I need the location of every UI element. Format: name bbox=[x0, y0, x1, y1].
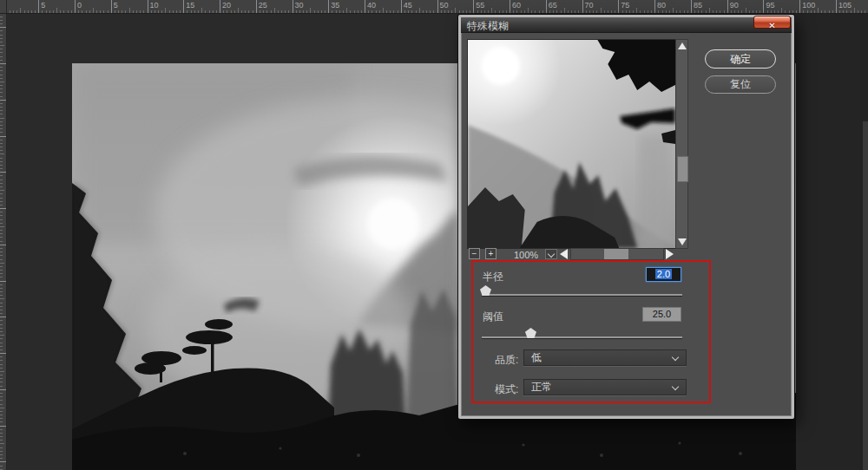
smart-blur-dialog: 特殊模糊 ✕ bbox=[458, 15, 794, 419]
mode-label: 模式: bbox=[495, 382, 518, 397]
vertical-scrollbar-thumb[interactable] bbox=[677, 156, 688, 182]
ok-button[interactable]: 确定 bbox=[705, 49, 776, 69]
zoom-out-button[interactable]: − bbox=[469, 248, 480, 259]
minus-icon: − bbox=[472, 249, 477, 258]
quality-select[interactable]: 低 bbox=[523, 349, 687, 366]
radius-label: 半径 bbox=[483, 270, 503, 284]
scroll-up-icon[interactable] bbox=[678, 42, 687, 49]
vertical-ruler bbox=[0, 14, 7, 470]
quality-value: 低 bbox=[531, 351, 542, 363]
blur-preview[interactable] bbox=[467, 39, 676, 249]
radius-slider-thumb[interactable] bbox=[480, 285, 491, 296]
threshold-input[interactable]: 25.0 bbox=[642, 307, 681, 322]
chevron-down-icon bbox=[548, 251, 555, 258]
plus-icon: + bbox=[489, 249, 494, 258]
zoom-dropdown-button[interactable] bbox=[545, 249, 557, 259]
scroll-left-icon[interactable] bbox=[560, 249, 568, 259]
dialog-title: 特殊模糊 bbox=[467, 19, 509, 34]
horizontal-ruler: 5051015202530354045505560657075808590951… bbox=[7, 0, 868, 14]
preview-vertical-scrollbar[interactable] bbox=[675, 39, 688, 249]
preview-horizontal-scrollbar[interactable] bbox=[570, 248, 664, 260]
zoom-in-button[interactable]: + bbox=[485, 248, 496, 259]
close-button[interactable]: ✕ bbox=[753, 16, 791, 29]
threshold-slider-thumb[interactable] bbox=[525, 328, 536, 338]
workspace-right-area bbox=[796, 14, 868, 470]
horizontal-scrollbar-thumb[interactable] bbox=[604, 249, 628, 259]
zoom-level-label: 100% bbox=[504, 250, 548, 260]
threshold-label: 阈值 bbox=[483, 310, 503, 324]
panel-edge bbox=[863, 121, 868, 470]
quality-label: 品质: bbox=[495, 353, 518, 368]
radius-slider[interactable] bbox=[482, 284, 682, 297]
radius-slider-track[interactable] bbox=[482, 294, 682, 297]
radius-value: 2.0 bbox=[655, 269, 672, 279]
scroll-right-icon[interactable] bbox=[666, 249, 674, 259]
chevron-down-icon bbox=[672, 354, 679, 361]
scroll-down-icon[interactable] bbox=[678, 238, 687, 245]
close-icon: ✕ bbox=[768, 21, 775, 30]
threshold-slider[interactable] bbox=[482, 327, 682, 340]
reset-button[interactable]: 复位 bbox=[705, 75, 776, 94]
photoshop-workspace: 5051015202530354045505560657075808590951… bbox=[0, 0, 868, 470]
chevron-down-icon bbox=[672, 383, 679, 390]
ruler-corner bbox=[0, 0, 7, 14]
threshold-slider-track[interactable] bbox=[482, 336, 682, 339]
mode-select[interactable]: 正常 bbox=[523, 379, 687, 395]
mode-value: 正常 bbox=[531, 381, 552, 393]
radius-input[interactable]: 2.0 bbox=[646, 267, 681, 282]
dialog-titlebar[interactable]: 特殊模糊 bbox=[461, 17, 792, 33]
